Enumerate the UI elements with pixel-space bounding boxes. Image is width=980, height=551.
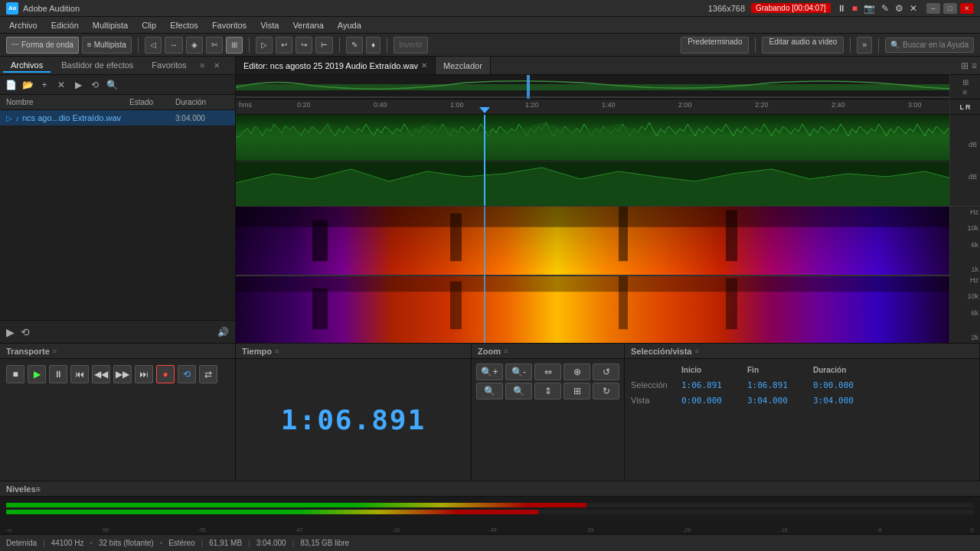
open-file-btn[interactable]: 📂 — [20, 78, 35, 92]
menu-archivo[interactable]: Archivo — [3, 19, 44, 31]
menu-ayuda[interactable]: Ayuda — [332, 19, 368, 31]
menu-edicion[interactable]: Edición — [45, 19, 85, 31]
zoom-in2[interactable]: ⊕ — [564, 364, 590, 380]
close-file-btn[interactable]: ✕ — [54, 78, 69, 92]
search-file-btn[interactable]: 🔍 — [104, 78, 119, 92]
trim-tool[interactable]: ⊢ — [315, 37, 333, 54]
transport-go-start[interactable]: ⏮ — [70, 365, 89, 383]
sel-inicio-vista[interactable]: 0:00.000 — [681, 396, 735, 406]
sel-fin-vista[interactable]: 3:04.000 — [747, 396, 801, 406]
sel-duracion-vista[interactable]: 3:04.000 — [813, 396, 867, 406]
mode-multi-button[interactable]: ≡ Multipista — [82, 37, 132, 54]
panel-tab-close[interactable]: ✕ — [211, 61, 223, 70]
menu-efectos[interactable]: Efectos — [164, 19, 204, 31]
editar-video-button[interactable]: Editar audio a vídeo — [762, 37, 844, 54]
tab-archivos[interactable]: Archivos — [3, 59, 51, 73]
play-tool[interactable]: ▷ — [256, 37, 273, 54]
overview-strip[interactable]: ⊞ ≡ — [236, 75, 980, 99]
maximize-button[interactable]: □ — [943, 3, 957, 14]
tool-2[interactable]: ↔ — [165, 37, 183, 54]
ruler-label-120: 1:20 — [525, 101, 539, 109]
tool-3[interactable]: ◈ — [186, 37, 203, 54]
waveform-channels[interactable]: dB dB — [236, 115, 980, 207]
edit-btn[interactable]: ✎ — [881, 3, 889, 14]
time-display[interactable]: 1:06.891 — [236, 359, 471, 481]
tab-favoritos[interactable]: Favoritos — [144, 59, 194, 73]
play-preview-btn[interactable]: ▶ — [70, 78, 86, 92]
zoom-fit-v[interactable]: ⇕ — [534, 383, 561, 399]
tool-1[interactable]: ◁ — [145, 37, 162, 54]
overview-icon-1[interactable]: ⊞ — [962, 78, 969, 86]
pencil-tool[interactable]: ✎ — [346, 37, 363, 54]
zoom-full[interactable]: ⊞ — [564, 383, 590, 399]
close-recording-btn[interactable]: ✕ — [910, 3, 917, 14]
tab-efectos[interactable]: Bastidor de efectos — [54, 59, 141, 73]
transport-record[interactable]: ● — [156, 365, 175, 383]
stop-btn[interactable]: ■ — [852, 3, 858, 14]
editor-tab-close-0[interactable]: ✕ — [421, 61, 427, 70]
menu-vista[interactable]: Vista — [254, 19, 285, 31]
sel-fin-seleccion[interactable]: 1:06.891 — [747, 380, 801, 390]
transport-go-end[interactable]: ⏭ — [135, 365, 153, 383]
transport-fast-forward[interactable]: ▶▶ — [113, 365, 132, 383]
zoom-in-h[interactable]: 🔍+ — [476, 364, 503, 380]
levels-menu-icon[interactable]: ≡ — [36, 484, 41, 494]
marker-tool[interactable]: ♦ — [366, 37, 381, 54]
rewind-tool[interactable]: ↩ — [276, 37, 292, 54]
zoom-fit[interactable]: ⇔ — [534, 364, 561, 380]
menu-multipista[interactable]: Multipista — [87, 19, 134, 31]
zoom-reset[interactable]: ↺ — [593, 364, 619, 380]
minimize-button[interactable]: – — [926, 3, 940, 14]
col-estado: Estado — [129, 98, 175, 106]
file-row-0[interactable]: ▷ ♪ ncs ago...dio Extraído.wav 3:04.000 — [0, 110, 235, 126]
editor-tab-1[interactable]: Mezclador — [436, 57, 491, 74]
editor-tab-icon-1[interactable]: ⊞ — [961, 60, 969, 71]
volume-icon[interactable]: 🔊 — [217, 327, 229, 337]
settings-btn[interactable]: ⚙ — [895, 3, 903, 14]
zoom-menu-icon[interactable]: ≡ — [504, 347, 508, 355]
zoom-in-v[interactable]: 🔍 — [476, 383, 503, 399]
panel-tab-menu[interactable]: ≡ — [198, 61, 208, 70]
transport-punch[interactable]: ⇄ — [199, 365, 217, 383]
transport-play[interactable]: ▶ — [28, 365, 46, 383]
menu-clip[interactable]: Clip — [136, 19, 162, 31]
mode-wave-button[interactable]: 〰 Forma de onda — [6, 37, 79, 54]
transport-loop[interactable]: ⟲ — [178, 365, 196, 383]
levels-scale: -∞ -59 -55 -47 -33 -49 -39 -29 -19 -9 0 — [6, 525, 974, 534]
forward-tool[interactable]: ↪ — [296, 37, 312, 54]
zoom-out-h[interactable]: 🔍- — [505, 364, 532, 380]
zoom-reset2[interactable]: ↻ — [593, 383, 619, 399]
snapshot-btn[interactable]: 📷 — [864, 3, 875, 14]
predeterminado-button[interactable]: Predeterminado — [681, 37, 749, 54]
invert-btn[interactable]: Invertir — [394, 37, 428, 54]
time-menu-icon[interactable]: ≡ — [275, 347, 279, 355]
app-icon: Aa — [6, 2, 18, 15]
loop-preview-btn[interactable]: ⟲ — [87, 78, 103, 92]
menu-favoritos[interactable]: Favoritos — [206, 19, 253, 31]
zoom-out-v[interactable]: 🔍 — [505, 383, 532, 399]
playhead-marker — [479, 107, 490, 113]
pause-btn[interactable]: ⏸ — [837, 3, 846, 14]
search-box[interactable]: 🔍 Buscar en la Ayuda — [885, 37, 974, 53]
transport-pause[interactable]: ⏸ — [49, 365, 67, 383]
expand-toolbar-button[interactable]: » — [857, 37, 872, 54]
left-panel: Archivos Bastidor de efectos Favoritos ≡… — [0, 57, 236, 343]
selection-menu-icon[interactable]: ≡ — [695, 347, 699, 355]
editor-tab-0[interactable]: Editor: ncs agosto 25 2019 Audio Extraíd… — [236, 57, 436, 74]
sel-duracion-seleccion[interactable]: 0:00.000 — [813, 380, 867, 390]
editor-tab-icon-2[interactable]: ≡ — [972, 60, 977, 71]
panel-loop-button[interactable]: ⟲ — [21, 326, 30, 338]
add-file-btn[interactable]: + — [37, 78, 52, 92]
tool-5[interactable]: ⊞ — [226, 37, 243, 54]
menu-ventana[interactable]: Ventana — [286, 19, 329, 31]
transport-rewind[interactable]: ◀◀ — [92, 365, 110, 383]
panel-play-button[interactable]: ▶ — [6, 326, 15, 338]
transport-menu-icon[interactable]: ≡ — [53, 347, 57, 355]
playback-controls: ▶ ⟲ 🔊 — [0, 320, 235, 343]
transport-stop[interactable]: ■ — [6, 365, 24, 383]
overview-icon-2[interactable]: ≡ — [963, 88, 968, 96]
sel-inicio-seleccion[interactable]: 1:06.891 — [681, 380, 735, 390]
tool-4[interactable]: ✄ — [206, 37, 223, 54]
close-button[interactable]: ✕ — [960, 3, 974, 14]
new-file-btn[interactable]: 📄 — [3, 78, 18, 92]
